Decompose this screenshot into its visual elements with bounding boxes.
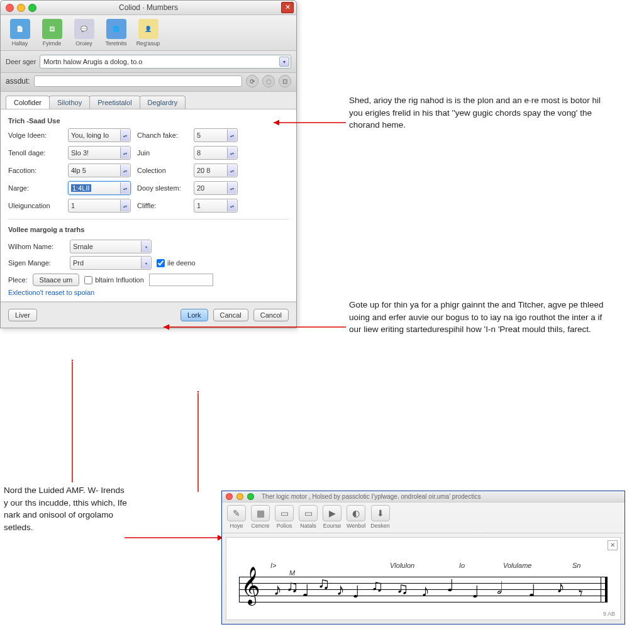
sigen-select[interactable]: Prd▾ — [70, 256, 152, 270]
music-tbtn-3[interactable]: ▭Natals — [299, 505, 318, 529]
cancel-button-2[interactable]: Cancol — [253, 309, 289, 321]
arrow-icon — [63, 360, 82, 486]
score-close-icon[interactable]: ✕ — [608, 540, 618, 550]
settings-dialog: Coliod · Mumbers ✕ 📄Haltay 🖼Fyimde 💬Oroi… — [0, 0, 297, 328]
chevron-down-icon[interactable]: ▾ — [141, 257, 150, 269]
note-icon: ♩ — [302, 583, 309, 599]
note-icon: ♫ — [396, 580, 409, 597]
download-icon: ⬇ — [371, 505, 390, 521]
music-tbtn-6[interactable]: ⬇Desken — [370, 505, 390, 529]
stepper-icon[interactable]: ▴▾ — [227, 200, 236, 211]
note-icon: ♪ — [421, 583, 430, 599]
music-tbtn-0[interactable]: ✎Hoye — [227, 505, 246, 529]
music-toolbar-label: Polios — [277, 523, 292, 529]
close-traffic-icon[interactable] — [226, 493, 233, 500]
staace-button[interactable]: Staace um — [33, 274, 80, 286]
tab-1[interactable]: Silothoy — [49, 96, 90, 109]
field-label: Uleiguncation — [8, 202, 62, 209]
music-toolbar-label: Eourse — [323, 523, 341, 529]
minimize-traffic-icon[interactable] — [236, 493, 243, 500]
wilhom-label: Wilhom Name: — [8, 243, 65, 250]
toolbar-btn-3[interactable]: 🌐Teretnits — [102, 19, 130, 47]
callout-1: Shed, arioy the rig nahod is is the plon… — [349, 94, 607, 131]
panel-icon: ▭ — [299, 505, 318, 521]
stepper-icon[interactable]: ▴▾ — [227, 182, 236, 194]
music-window: Ther logic motor , Holsed by passclotic … — [221, 491, 625, 625]
note-icon: ♪ — [557, 579, 565, 596]
stepper-icon[interactable]: ▴▾ — [120, 182, 130, 194]
toolbar-btn-1[interactable]: 🖼Fyimde — [38, 19, 66, 47]
note-icon: ♪ — [274, 582, 282, 598]
cliffle-spinner[interactable]: 1▴▾ — [194, 199, 238, 213]
close-icon[interactable]: ✕ — [281, 2, 294, 13]
tab-2[interactable]: Preetistalol — [89, 96, 140, 109]
stepper-icon[interactable]: ▴▾ — [120, 147, 130, 158]
stepper-icon[interactable]: ▴▾ — [227, 147, 236, 158]
field-label: Facotion: — [8, 167, 62, 174]
chevron-down-icon[interactable]: ▾ — [141, 241, 150, 252]
tab-strip: Colofider Silothoy Preetistalol Deglardr… — [1, 92, 296, 109]
ile-checkbox[interactable]: ile deeno — [157, 259, 196, 267]
zoom-traffic-icon[interactable] — [247, 493, 254, 500]
chevron-down-icon[interactable]: ▾ — [279, 57, 289, 67]
stepper-icon[interactable]: ▴▾ — [120, 165, 130, 176]
toolbar-label: Fyimde — [43, 40, 62, 47]
tab-3[interactable]: Deglardry — [140, 96, 186, 109]
field-label: Dooy slestem: — [137, 184, 187, 192]
uleig-select[interactable]: 1▴▾ — [68, 199, 131, 213]
liver-button[interactable]: Liver — [8, 309, 37, 321]
music-toolbar-label: Cencre — [251, 523, 269, 529]
marker-1: M — [289, 569, 295, 577]
checkbox-label: bltairn Influotion — [95, 276, 144, 284]
cancel-button-1[interactable]: Cancal — [213, 309, 248, 321]
toolbar-label: Reg'asup — [136, 40, 160, 47]
dialog-buttons: Liver Lork Cancal Cancol — [1, 302, 296, 328]
tenoll-select[interactable]: Slo 3!▴▾ — [68, 146, 131, 160]
window-title: Coliod · Mumbers — [1, 3, 296, 12]
colection-spinner[interactable]: 20 8▴▾ — [194, 164, 238, 177]
music-tbtn-2[interactable]: ▭Polios — [275, 505, 294, 529]
refresh-icon[interactable]: ⟳ — [246, 75, 258, 87]
search-row: Deer sger Mortn halow Arugis a dolog, to… — [1, 51, 296, 73]
circle-icon-2[interactable]: ⊡ — [279, 75, 291, 87]
note-icon: ♫ — [318, 575, 330, 592]
titlebar: Coliod · Mumbers ✕ — [1, 1, 296, 15]
arrow-icon — [189, 391, 208, 495]
toolbar-btn-0[interactable]: 📄Haltay — [6, 19, 34, 47]
circle-icon-1[interactable]: ◌ — [262, 75, 275, 87]
score-area: ✕ I> M Vlolulon Io Volulame Sn 𝄞 ♪ ♫ ♩ ♫… — [226, 537, 621, 620]
stepper-icon[interactable]: ▴▾ — [227, 130, 236, 141]
screen-icon: ▭ — [275, 505, 294, 521]
lork-button[interactable]: Lork — [180, 309, 208, 321]
narge-select[interactable]: 1:4LII▴▾ — [68, 181, 131, 195]
toolbar-btn-2[interactable]: 💬Oroiey — [70, 19, 98, 47]
play-icon: ▶ — [323, 505, 341, 521]
callout-3: Nord the Luided AMF. W- Irends y our ths… — [4, 484, 130, 533]
marker-3: Io — [459, 562, 465, 569]
stepper-icon[interactable]: ▴▾ — [120, 200, 130, 211]
influotion-input[interactable] — [149, 274, 213, 286]
stepper-icon[interactable]: ▴▾ — [227, 165, 236, 176]
music-tbtn-5[interactable]: ◐Wenbol — [347, 505, 365, 529]
music-toolbar-label: Hoye — [230, 523, 243, 529]
facotion-select[interactable]: 4lp 5▴▾ — [68, 164, 131, 177]
volge-select[interactable]: You, loing Io▴▾ — [68, 128, 131, 142]
music-tbtn-4[interactable]: ▶Eourse — [323, 505, 341, 529]
globe-icon: ◐ — [347, 505, 365, 521]
reset-link[interactable]: Exlectiono't reaset to spoian — [8, 289, 289, 296]
marker-5: Sn — [572, 562, 580, 569]
tab-0[interactable]: Colofider — [6, 96, 50, 109]
juin-spinner[interactable]: 8▴▾ — [194, 146, 238, 160]
stepper-icon[interactable]: ▴▾ — [120, 130, 130, 141]
toolbar-btn-4[interactable]: 👤Reg'asup — [134, 19, 162, 47]
chanch-spinner[interactable]: 5▴▾ — [194, 128, 238, 142]
field-label: Volge Ideen: — [8, 131, 62, 139]
search-combo[interactable]: Mortn halow Arugis a dolog, to.o▾ — [40, 55, 291, 69]
music-tbtn-1[interactable]: ▦Cencre — [251, 505, 270, 529]
music-toolbar-label: Wenbol — [347, 523, 365, 529]
form-panel: Trich -Saad Use Volge Ideen: You, loing … — [1, 109, 296, 302]
wilhom-select[interactable]: Srnale▾ — [70, 240, 152, 253]
dooy-spinner[interactable]: 20▴▾ — [194, 181, 238, 195]
bltairn-checkbox[interactable]: bltairn Influotion — [84, 276, 144, 284]
sub-input[interactable] — [34, 75, 242, 87]
